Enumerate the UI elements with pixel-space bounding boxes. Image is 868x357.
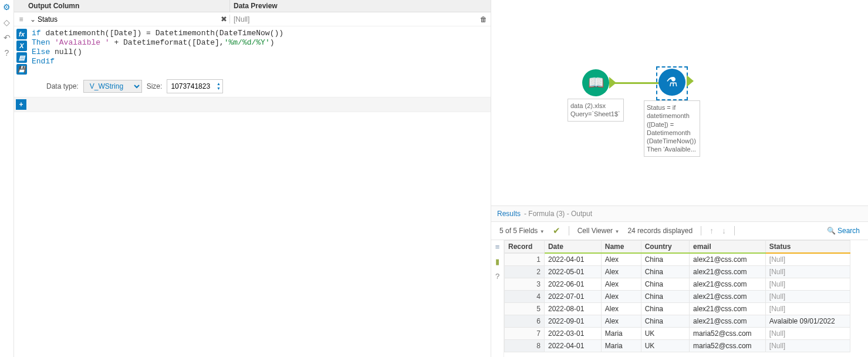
info-icon[interactable]: ? bbox=[495, 272, 499, 281]
output-port[interactable] bbox=[687, 75, 694, 87]
header-data-preview: Data Preview bbox=[230, 0, 491, 12]
clear-column-icon[interactable]: ✖ bbox=[218, 15, 230, 23]
size-input[interactable] bbox=[167, 80, 214, 93]
cell-record: 4 bbox=[505, 291, 545, 303]
down-arrow-icon[interactable]: ↓ bbox=[722, 226, 726, 235]
formula-code-editor[interactable]: if datetimemonth([Date]) = Datetimemonth… bbox=[29, 28, 488, 75]
drag-handle-icon[interactable]: ≡ bbox=[14, 15, 28, 23]
table-row[interactable]: 22022-05-01AlexChinaalex21@css.com[Null] bbox=[505, 266, 850, 278]
output-port[interactable] bbox=[609, 77, 616, 89]
col-email[interactable]: email bbox=[690, 241, 766, 254]
fx-icon[interactable]: fx bbox=[16, 29, 27, 39]
up-arrow-icon[interactable]: ↑ bbox=[710, 226, 714, 235]
cell-date: 2022-04-01 bbox=[544, 253, 601, 266]
cell-email: maria52@css.com bbox=[690, 328, 766, 340]
cell-name: Alex bbox=[601, 266, 641, 278]
cell-status: [Null] bbox=[765, 278, 850, 291]
workflow-canvas[interactable]: 📖 data (2).xlsx Query=`Sheet1$` ⚗ Status… bbox=[491, 0, 868, 206]
results-table-wrap[interactable]: Record Date Name Country email Status 12… bbox=[504, 240, 868, 357]
cell-viewer-dropdown[interactable]: Cell Viewer ▼ bbox=[577, 227, 620, 235]
table-row[interactable]: 82022-04-01MariaUKmaria52@css.com[Null] bbox=[505, 340, 850, 352]
save-icon[interactable]: 💾 bbox=[16, 64, 27, 75]
col-date[interactable]: Date bbox=[544, 241, 601, 254]
datatype-row: Data type: V_WString Size: ▲▼ bbox=[14, 76, 491, 97]
cell-status: [Null] bbox=[765, 303, 850, 315]
undo-icon[interactable]: ↶ bbox=[4, 33, 11, 42]
fields-dropdown[interactable]: 5 of 5 Fields ▼ bbox=[499, 227, 545, 235]
cell-status: [Null] bbox=[765, 253, 850, 266]
cell-date: 2022-05-01 bbox=[544, 266, 601, 278]
col-country[interactable]: Country bbox=[641, 241, 689, 254]
results-table: Record Date Name Country email Status 12… bbox=[504, 240, 850, 352]
cell-email: alex21@css.com bbox=[690, 253, 766, 266]
results-title: Results bbox=[497, 210, 521, 218]
header-output-column: Output Column bbox=[14, 0, 230, 12]
table-row[interactable]: 52022-08-01AlexChinaalex21@css.com[Null] bbox=[505, 303, 850, 315]
cell-record: 5 bbox=[505, 303, 545, 315]
cell-record: 6 bbox=[505, 315, 545, 328]
add-expression-row: + bbox=[14, 97, 491, 112]
data-icon[interactable]: ▮ bbox=[495, 257, 499, 266]
cell-record: 3 bbox=[505, 278, 545, 291]
cell-email: alex21@css.com bbox=[690, 266, 766, 278]
datatype-select[interactable]: V_WString bbox=[83, 80, 142, 93]
check-icon[interactable]: ✔ bbox=[553, 225, 560, 236]
formula-node[interactable]: ⚗ Status = if datetimemonth ([Date]) = D… bbox=[644, 66, 700, 157]
col-status[interactable]: Status bbox=[765, 241, 850, 254]
variable-icon[interactable]: X bbox=[16, 41, 27, 51]
list-icon[interactable]: ≡ bbox=[495, 243, 500, 251]
formula-node-caption: Status = if datetimemonth ([Date]) = Dat… bbox=[644, 100, 700, 157]
output-column-input[interactable] bbox=[38, 15, 218, 23]
cell-date: 2022-09-01 bbox=[544, 315, 601, 328]
cell-name: Alex bbox=[601, 291, 641, 303]
col-record[interactable]: Record bbox=[505, 241, 545, 254]
cell-date: 2022-06-01 bbox=[544, 278, 601, 291]
table-row[interactable]: 42022-07-01AlexChinaalex21@css.com[Null] bbox=[505, 291, 850, 303]
tag-icon[interactable]: ◇ bbox=[4, 18, 10, 27]
records-displayed-label: 24 records displayed bbox=[627, 227, 693, 235]
cell-status: [Null] bbox=[765, 340, 850, 352]
cell-email: alex21@css.com bbox=[690, 303, 766, 315]
search-button[interactable]: 🔍 Search bbox=[827, 227, 860, 235]
delete-row-icon[interactable]: 🗑 bbox=[477, 15, 491, 23]
cell-status: [Null] bbox=[765, 266, 850, 278]
cell-record: 1 bbox=[505, 253, 545, 266]
cell-country: China bbox=[641, 291, 689, 303]
input-data-node[interactable]: 📖 data (2).xlsx Query=`Sheet1$` bbox=[568, 69, 624, 122]
results-header: Results - Formula (3) - Output bbox=[491, 206, 868, 221]
cell-date: 2022-08-01 bbox=[544, 303, 601, 315]
table-row[interactable]: 32022-06-01AlexChinaalex21@css.com[Null] bbox=[505, 278, 850, 291]
table-row[interactable]: 12022-04-01AlexChinaalex21@css.com[Null] bbox=[505, 253, 850, 266]
col-name[interactable]: Name bbox=[601, 241, 641, 254]
cell-date: 2022-03-01 bbox=[544, 328, 601, 340]
right-panel: 📖 data (2).xlsx Query=`Sheet1$` ⚗ Status… bbox=[491, 0, 868, 357]
cell-email: alex21@css.com bbox=[690, 291, 766, 303]
cell-country: UK bbox=[641, 340, 689, 352]
input-node-caption: data (2).xlsx Query=`Sheet1$` bbox=[568, 99, 624, 122]
collapse-chevron-icon[interactable]: ⌄ bbox=[28, 15, 38, 23]
help-icon[interactable]: ? bbox=[5, 48, 9, 58]
add-expression-button[interactable]: + bbox=[16, 99, 26, 110]
cell-status: Avalaible 09/01/2022 bbox=[765, 315, 850, 328]
cell-record: 2 bbox=[505, 266, 545, 278]
data-preview-value: [Null] bbox=[230, 15, 477, 23]
output-field-row: ≡ ⌄ ✖ [Null] 🗑 bbox=[14, 12, 491, 26]
cell-date: 2022-07-01 bbox=[544, 291, 601, 303]
flask-icon: ⚗ bbox=[658, 69, 685, 96]
table-row[interactable]: 62022-09-01AlexChinaalex21@css.comAvalai… bbox=[505, 315, 850, 328]
editor-toolbar: fx X ▤ 💾 bbox=[16, 28, 29, 75]
results-area: ≡ ▮ ? Record Date Name Country email Sta… bbox=[491, 240, 868, 357]
cell-status: [Null] bbox=[765, 291, 850, 303]
cell-country: China bbox=[641, 315, 689, 328]
gear-icon[interactable]: ⚙ bbox=[3, 2, 11, 12]
cell-name: Alex bbox=[601, 315, 641, 328]
columns-icon[interactable]: ▤ bbox=[16, 52, 27, 63]
size-spinner[interactable]: ▲▼ bbox=[214, 82, 222, 91]
cell-email: maria52@css.com bbox=[690, 340, 766, 352]
cell-name: Alex bbox=[601, 253, 641, 266]
results-icon-rail: ≡ ▮ ? bbox=[491, 240, 504, 357]
results-header-row: Record Date Name Country email Status bbox=[505, 241, 850, 254]
size-label: Size: bbox=[147, 82, 163, 90]
cell-name: Alex bbox=[601, 303, 641, 315]
table-row[interactable]: 72022-03-01MariaUKmaria52@css.com[Null] bbox=[505, 328, 850, 340]
